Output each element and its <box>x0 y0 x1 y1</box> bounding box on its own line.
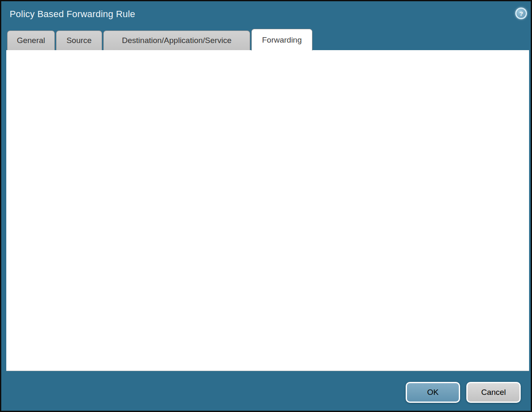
policy-based-forwarding-dialog: Policy Based Forwarding Rule ? General S… <box>0 0 532 412</box>
tab-general[interactable]: General <box>7 31 55 50</box>
help-icon[interactable]: ? <box>515 8 527 19</box>
tab-content-forwarding <box>6 50 529 371</box>
tab-forwarding[interactable]: Forwarding <box>251 29 312 51</box>
ok-button[interactable]: OK <box>406 382 460 403</box>
cancel-button[interactable]: Cancel <box>466 382 521 403</box>
tab-source[interactable]: Source <box>56 31 102 50</box>
dialog-title: Policy Based Forwarding Rule <box>10 9 135 20</box>
tab-destination-application-service[interactable]: Destination/Application/Service <box>103 31 250 50</box>
